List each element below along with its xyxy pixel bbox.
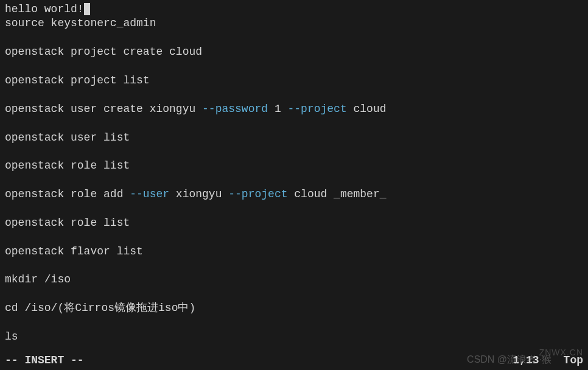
watermark-author: CSDN @流浪者··猴: [467, 354, 551, 366]
terminal-line: source keystonerc_admin: [5, 16, 583, 30]
terminal-line: [5, 60, 583, 74]
terminal-line: openstack role list: [5, 216, 583, 230]
terminal-line: openstack role add --user xiongyu --proj…: [5, 187, 583, 201]
terminal-line: mkdir /iso: [5, 273, 583, 287]
text-cursor: [84, 3, 90, 15]
terminal-line: [5, 145, 583, 159]
terminal-line: [5, 31, 583, 45]
terminal-line: [5, 116, 583, 130]
terminal-line: [5, 230, 583, 244]
terminal-line: [5, 88, 583, 102]
terminal-line: openstack flavor list: [5, 245, 583, 259]
terminal-line: openstack project list: [5, 74, 583, 88]
terminal-line: openstack user create xiongyu --password…: [5, 102, 583, 116]
terminal-line: [5, 316, 583, 330]
terminal-line: [5, 287, 583, 301]
terminal-line: openstack project create cloud: [5, 45, 583, 59]
terminal-line: openstack user list: [5, 131, 583, 145]
terminal-line: [5, 259, 583, 273]
terminal-line: ls: [5, 330, 583, 344]
terminal-line: openstack role list: [5, 159, 583, 173]
terminal-line: hello world!: [5, 2, 583, 16]
terminal-line: cd /iso/(将Cirros镜像拖进iso中): [5, 301, 583, 315]
terminal-line: [5, 201, 583, 215]
vim-mode: -- INSERT --: [5, 354, 84, 368]
terminal-editor[interactable]: hello world! source keystonerc_admin ope…: [5, 2, 583, 344]
terminal-line: [5, 173, 583, 187]
